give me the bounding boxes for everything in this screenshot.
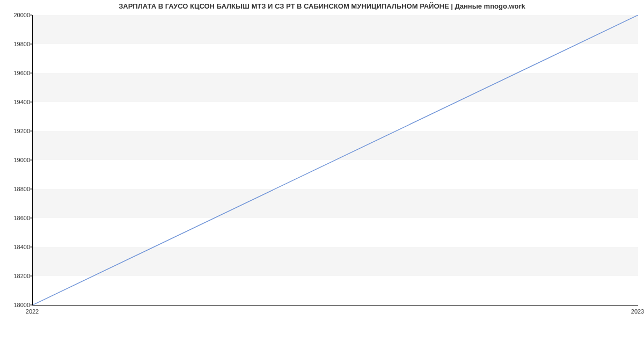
y-tick-label: 19400: [0, 99, 30, 105]
y-tick-label: 19000: [0, 157, 30, 163]
y-tick-label: 18400: [0, 244, 30, 250]
y-tick-mark: [30, 131, 32, 132]
y-tick-label: 18200: [0, 273, 30, 279]
y-tick-mark: [30, 189, 32, 190]
x-tick-label: 2022: [26, 308, 39, 315]
y-tick-mark: [30, 160, 32, 161]
line-layer: [33, 15, 638, 305]
plot-area: [32, 15, 638, 306]
y-tick-mark: [30, 73, 32, 74]
y-tick-mark: [30, 102, 32, 103]
y-tick-mark: [30, 247, 32, 248]
y-tick-label: 18600: [0, 215, 30, 221]
chart-title: ЗАРПЛАТА В ГАУСО КЦСОН БАЛКЫШ МТЗ И СЗ Р…: [0, 2, 644, 10]
y-tick-label: 18000: [0, 302, 30, 308]
x-tick-label: 2023: [631, 308, 644, 315]
data-line: [33, 15, 638, 305]
y-tick-label: 20000: [0, 12, 30, 18]
y-tick-label: 18800: [0, 186, 30, 192]
chart-container: ЗАРПЛАТА В ГАУСО КЦСОН БАЛКЫШ МТЗ И СЗ Р…: [0, 0, 644, 349]
y-tick-label: 19800: [0, 41, 30, 47]
y-tick-mark: [30, 44, 32, 45]
y-tick-mark: [30, 305, 32, 306]
y-tick-mark: [30, 218, 32, 219]
y-tick-label: 19200: [0, 128, 30, 134]
y-tick-mark: [30, 276, 32, 277]
y-tick-mark: [30, 15, 32, 16]
y-tick-label: 19600: [0, 70, 30, 76]
